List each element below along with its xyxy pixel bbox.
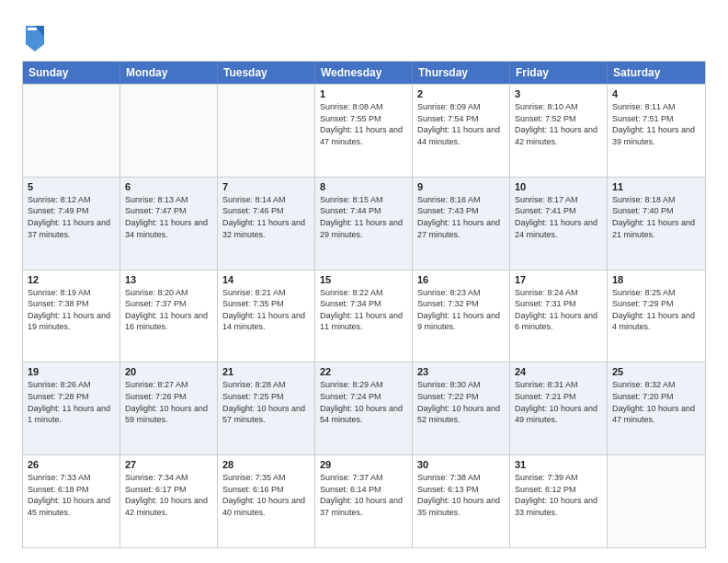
day-cell-12: 12Sunrise: 8:19 AMSunset: 7:38 PMDayligh… <box>23 270 120 362</box>
day-cell-13: 13Sunrise: 8:20 AMSunset: 7:37 PMDayligh… <box>120 270 218 362</box>
day-info: Sunrise: 8:14 AMSunset: 7:46 PMDaylight:… <box>222 194 310 240</box>
day-cell-1: 1Sunrise: 8:08 AMSunset: 7:55 PMDaylight… <box>315 85 413 177</box>
empty-cell <box>120 85 218 177</box>
day-info: Sunrise: 8:28 AMSunset: 7:25 PMDaylight:… <box>222 379 310 425</box>
empty-cell <box>23 85 120 177</box>
header-cell-thursday: Thursday <box>413 62 510 84</box>
calendar-week-1: 1Sunrise: 8:08 AMSunset: 7:55 PMDaylight… <box>23 84 705 177</box>
day-number: 5 <box>28 181 115 192</box>
day-info: Sunrise: 8:25 AMSunset: 7:29 PMDaylight:… <box>612 287 700 333</box>
day-number: 15 <box>320 274 407 285</box>
day-number: 13 <box>125 274 212 285</box>
header-cell-sunday: Sunday <box>23 62 120 84</box>
header-cell-tuesday: Tuesday <box>218 62 315 84</box>
day-info: Sunrise: 7:38 AMSunset: 6:13 PMDaylight:… <box>417 472 505 518</box>
day-cell-11: 11Sunrise: 8:18 AMSunset: 7:40 PMDayligh… <box>608 178 705 270</box>
day-info: Sunrise: 8:27 AMSunset: 7:26 PMDaylight:… <box>125 379 212 425</box>
day-info: Sunrise: 8:32 AMSunset: 7:20 PMDaylight:… <box>612 379 700 425</box>
day-cell-25: 25Sunrise: 8:32 AMSunset: 7:20 PMDayligh… <box>608 362 705 454</box>
day-number: 1 <box>320 88 407 99</box>
day-cell-19: 19Sunrise: 8:26 AMSunset: 7:28 PMDayligh… <box>23 362 120 454</box>
day-info: Sunrise: 8:29 AMSunset: 7:24 PMDaylight:… <box>320 379 407 425</box>
day-cell-21: 21Sunrise: 8:28 AMSunset: 7:25 PMDayligh… <box>218 362 315 454</box>
calendar-week-4: 19Sunrise: 8:26 AMSunset: 7:28 PMDayligh… <box>23 362 705 454</box>
day-number: 3 <box>515 88 602 99</box>
day-cell-22: 22Sunrise: 8:29 AMSunset: 7:24 PMDayligh… <box>315 362 413 454</box>
day-cell-2: 2Sunrise: 8:09 AMSunset: 7:54 PMDaylight… <box>413 85 510 177</box>
day-cell-15: 15Sunrise: 8:22 AMSunset: 7:34 PMDayligh… <box>315 270 413 362</box>
day-number: 20 <box>125 366 212 377</box>
day-info: Sunrise: 8:22 AMSunset: 7:34 PMDaylight:… <box>320 287 407 333</box>
day-cell-8: 8Sunrise: 8:15 AMSunset: 7:44 PMDaylight… <box>315 178 413 270</box>
day-cell-20: 20Sunrise: 8:27 AMSunset: 7:26 PMDayligh… <box>120 362 218 454</box>
day-cell-31: 31Sunrise: 7:39 AMSunset: 6:12 PMDayligh… <box>510 455 608 547</box>
day-cell-6: 6Sunrise: 8:13 AMSunset: 7:47 PMDaylight… <box>120 178 218 270</box>
day-info: Sunrise: 7:37 AMSunset: 6:14 PMDaylight:… <box>320 472 407 518</box>
header-cell-wednesday: Wednesday <box>315 62 413 84</box>
day-info: Sunrise: 8:31 AMSunset: 7:21 PMDaylight:… <box>515 379 602 425</box>
day-number: 23 <box>417 366 505 377</box>
day-info: Sunrise: 8:15 AMSunset: 7:44 PMDaylight:… <box>320 194 407 240</box>
day-info: Sunrise: 8:24 AMSunset: 7:31 PMDaylight:… <box>515 287 602 333</box>
day-cell-28: 28Sunrise: 7:35 AMSunset: 6:16 PMDayligh… <box>218 455 315 547</box>
calendar-week-3: 12Sunrise: 8:19 AMSunset: 7:38 PMDayligh… <box>23 270 705 362</box>
day-number: 31 <box>515 459 602 470</box>
header <box>22 18 706 52</box>
day-number: 9 <box>417 181 505 192</box>
day-number: 19 <box>28 366 115 377</box>
day-info: Sunrise: 8:21 AMSunset: 7:35 PMDaylight:… <box>222 287 310 333</box>
day-info: Sunrise: 7:39 AMSunset: 6:12 PMDaylight:… <box>515 472 602 518</box>
logo-icon <box>22 18 48 52</box>
day-number: 7 <box>222 181 310 192</box>
day-cell-9: 9Sunrise: 8:16 AMSunset: 7:43 PMDaylight… <box>413 178 510 270</box>
day-number: 4 <box>612 88 700 99</box>
page: SundayMondayTuesdayWednesdayThursdayFrid… <box>0 0 728 563</box>
day-info: Sunrise: 8:19 AMSunset: 7:38 PMDaylight:… <box>28 287 115 333</box>
day-number: 25 <box>612 366 700 377</box>
day-cell-23: 23Sunrise: 8:30 AMSunset: 7:22 PMDayligh… <box>413 362 510 454</box>
day-info: Sunrise: 8:17 AMSunset: 7:41 PMDaylight:… <box>515 194 602 240</box>
day-number: 18 <box>612 274 700 285</box>
day-cell-29: 29Sunrise: 7:37 AMSunset: 6:14 PMDayligh… <box>315 455 413 547</box>
svg-rect-2 <box>28 28 37 30</box>
day-cell-30: 30Sunrise: 7:38 AMSunset: 6:13 PMDayligh… <box>413 455 510 547</box>
day-cell-4: 4Sunrise: 8:11 AMSunset: 7:51 PMDaylight… <box>608 85 705 177</box>
day-info: Sunrise: 8:16 AMSunset: 7:43 PMDaylight:… <box>417 194 505 240</box>
day-cell-7: 7Sunrise: 8:14 AMSunset: 7:46 PMDaylight… <box>218 178 315 270</box>
day-info: Sunrise: 7:35 AMSunset: 6:16 PMDaylight:… <box>222 472 310 518</box>
calendar-week-5: 26Sunrise: 7:33 AMSunset: 6:18 PMDayligh… <box>23 454 705 547</box>
day-cell-10: 10Sunrise: 8:17 AMSunset: 7:41 PMDayligh… <box>510 178 608 270</box>
day-info: Sunrise: 8:26 AMSunset: 7:28 PMDaylight:… <box>28 379 115 425</box>
day-info: Sunrise: 8:08 AMSunset: 7:55 PMDaylight:… <box>320 101 407 147</box>
day-cell-18: 18Sunrise: 8:25 AMSunset: 7:29 PMDayligh… <box>608 270 705 362</box>
empty-cell <box>608 455 705 547</box>
day-number: 26 <box>28 459 115 470</box>
calendar-header: SundayMondayTuesdayWednesdayThursdayFrid… <box>23 62 705 84</box>
day-cell-3: 3Sunrise: 8:10 AMSunset: 7:52 PMDaylight… <box>510 85 608 177</box>
day-number: 10 <box>515 181 602 192</box>
day-number: 16 <box>417 274 505 285</box>
calendar: SundayMondayTuesdayWednesdayThursdayFrid… <box>22 61 706 548</box>
day-info: Sunrise: 8:30 AMSunset: 7:22 PMDaylight:… <box>417 379 505 425</box>
day-cell-26: 26Sunrise: 7:33 AMSunset: 6:18 PMDayligh… <box>23 455 120 547</box>
day-info: Sunrise: 8:20 AMSunset: 7:37 PMDaylight:… <box>125 287 212 333</box>
day-number: 8 <box>320 181 407 192</box>
day-number: 24 <box>515 366 602 377</box>
calendar-week-2: 5Sunrise: 8:12 AMSunset: 7:49 PMDaylight… <box>23 177 705 270</box>
day-number: 6 <box>125 181 212 192</box>
day-cell-27: 27Sunrise: 7:34 AMSunset: 6:17 PMDayligh… <box>120 455 218 547</box>
header-cell-monday: Monday <box>120 62 218 84</box>
day-info: Sunrise: 7:34 AMSunset: 6:17 PMDaylight:… <box>125 472 212 518</box>
header-cell-friday: Friday <box>510 62 608 84</box>
day-cell-5: 5Sunrise: 8:12 AMSunset: 7:49 PMDaylight… <box>23 178 120 270</box>
empty-cell <box>218 85 315 177</box>
day-number: 21 <box>222 366 310 377</box>
day-number: 12 <box>28 274 115 285</box>
day-cell-24: 24Sunrise: 8:31 AMSunset: 7:21 PMDayligh… <box>510 362 608 454</box>
day-info: Sunrise: 8:12 AMSunset: 7:49 PMDaylight:… <box>28 194 115 240</box>
day-number: 17 <box>515 274 602 285</box>
day-cell-17: 17Sunrise: 8:24 AMSunset: 7:31 PMDayligh… <box>510 270 608 362</box>
day-number: 22 <box>320 366 407 377</box>
day-info: Sunrise: 7:33 AMSunset: 6:18 PMDaylight:… <box>28 472 115 518</box>
day-number: 30 <box>417 459 505 470</box>
